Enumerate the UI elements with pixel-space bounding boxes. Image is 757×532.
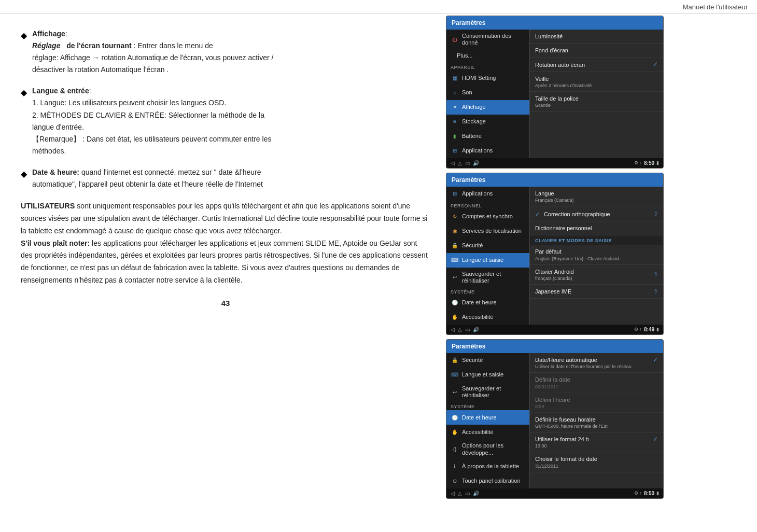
clock3-icon: 🕐 — [451, 413, 459, 422]
detail3-definir-date[interactable]: Définir la date 02/01/2011 — [530, 373, 663, 393]
back3-icon[interactable]: ◁ — [451, 491, 455, 496]
back2-icon[interactable]: ◁ — [451, 327, 455, 332]
detail3-definir-heure[interactable]: Définir l'heure 8:50 — [530, 393, 663, 413]
detail2-correction[interactable]: ✓ Correction orthographique ⇧ — [530, 206, 663, 221]
langue-section: ◆ Langue & entrée: 1. Langue: Les utilis… — [21, 85, 430, 157]
touch3-icon: ⊙ — [451, 477, 459, 485]
detail-veille[interactable]: Veille Après 2 minutes d'inactivité — [530, 72, 663, 92]
auto-date-check: ✓ — [653, 356, 658, 363]
detail-taille-police[interactable]: Taille de la police Grande — [530, 92, 663, 111]
nav2-applications[interactable]: ⊞ Applications — [446, 187, 529, 201]
detail-taille-police-title: Taille de la police — [535, 95, 658, 102]
nav2-applications-label: Applications — [462, 190, 493, 197]
nav-stockage-label: Stockage — [462, 118, 486, 125]
detail3-format24[interactable]: Utiliser le format 24 h 13:00 ✓ — [530, 432, 663, 452]
clavier-settings-icon[interactable]: ⇧ — [653, 271, 658, 278]
nav3-securite[interactable]: 🔒 Sécurité — [446, 353, 529, 368]
recents3-icon[interactable]: ▭ — [465, 491, 470, 496]
main-content: ◆ Affichage: Réglage de l'écran tournant… — [0, 13, 757, 499]
status-icons-right-2: ⚙ ↑ — [634, 327, 642, 332]
nav3-options[interactable]: {} Options pour les développe... — [446, 439, 529, 459]
detail3-format24-title: Utiliser le format 24 h — [535, 436, 589, 443]
big-paragraph: UTILISATEURS sont uniquement responsable… — [21, 200, 430, 287]
nav-affichage[interactable]: ☀ Affichage — [446, 100, 529, 115]
detail2-langue[interactable]: Langue Français (Canada) — [530, 187, 663, 206]
detail2-dictionnaire[interactable]: Dictionnaire personnel — [530, 221, 663, 235]
nav-hdmi-label: HDMI Setting — [462, 75, 496, 81]
screen-3-body: 🔒 Sécurité ⌨ Langue et saisie ↩ Sauvegar… — [446, 353, 663, 488]
back-icon[interactable]: ◁ — [451, 160, 455, 166]
home2-icon[interactable]: △ — [458, 327, 462, 332]
keyboard3-icon: ⌨ — [451, 371, 459, 379]
nav-stockage[interactable]: ≡ Stockage — [446, 115, 529, 129]
nav3-sauvegarder[interactable]: ↩ Sauvegarder et réinitialiser — [446, 382, 529, 402]
detail3-definir-heure-title: Définir l'heure — [535, 396, 658, 403]
nav-consommation[interactable]: ⏻ Consommation des donné — [446, 30, 529, 49]
nav3-accessibilite[interactable]: ✋ Accessibilité — [446, 425, 529, 439]
bullet-1: ◆ — [21, 29, 27, 43]
detail2-langue-title: Langue — [535, 190, 658, 197]
battery-status-2: ▮ — [656, 327, 659, 332]
screen-3-nav: 🔒 Sécurité ⌨ Langue et saisie ↩ Sauvegar… — [446, 353, 529, 488]
nav3-accessibilite-label: Accessibilité — [462, 429, 494, 436]
apps2-icon: ⊞ — [451, 190, 459, 198]
battery-status-3: ▮ — [656, 491, 659, 496]
detail3-fuseau[interactable]: Définir le fuseau horaire GMT-05:00, heu… — [530, 413, 663, 432]
correction-settings-icon[interactable]: ⇧ — [653, 211, 658, 217]
volume-icon[interactable]: 🔊 — [473, 160, 479, 166]
detail3-auto-date[interactable]: Date/Heure automatique Utiliser la date … — [530, 353, 663, 373]
recents2-icon[interactable]: ▭ — [465, 327, 470, 332]
home3-icon[interactable]: △ — [458, 491, 462, 496]
affichage-title: Affichage — [32, 30, 65, 38]
recents-icon[interactable]: ▭ — [465, 160, 470, 166]
nav3-langue[interactable]: ⌨ Langue et saisie — [446, 368, 529, 382]
nav-son[interactable]: ♪ Son — [446, 86, 529, 100]
detail2-par-defaut[interactable]: Par défaut Anglais (Royaume-Uni) - Clavi… — [530, 245, 663, 264]
affichage-section: ◆ Affichage: Réglage de l'écran tournant… — [21, 28, 430, 76]
home-icon[interactable]: △ — [458, 160, 462, 166]
detail-fond-ecran-title: Fond d'écran — [535, 47, 658, 54]
detail2-clavier-android[interactable]: Clavier Android français (Canada) ⇧ — [530, 265, 663, 285]
nav3-date[interactable]: 🕐 Date et heure — [446, 410, 529, 425]
screen-1-nav: ⏻ Consommation des donné Plus... APPAREI… — [446, 30, 529, 158]
detail2-section-clavier: CLAVIER ET MODES DE SAISIE — [530, 235, 663, 245]
nav2-date[interactable]: 🕐 Date et heure — [446, 296, 529, 310]
nav-plus[interactable]: Plus... — [446, 49, 529, 62]
info3-icon: ℹ — [451, 463, 459, 471]
detail3-format-date-title: Choisir le format de date — [535, 455, 658, 463]
clock2-icon: 🕐 — [451, 299, 459, 307]
detail2-correction-title: Correction orthographique — [544, 211, 610, 217]
detail2-japanese-ime[interactable]: Japanese IME ⇧ — [530, 285, 663, 299]
nav2-langue[interactable]: ⌨ Langue et saisie — [446, 253, 529, 268]
detail3-format24-sub: 13:00 — [535, 443, 589, 449]
detail-rotation[interactable]: ✓ Rotation auto écran — [530, 58, 663, 72]
nav3-apropos[interactable]: ℹ À propos de la tablette — [446, 459, 529, 474]
nav2-sauvegarder[interactable]: ↩ Sauvegarder et réinitialiser — [446, 268, 529, 287]
hdmi-icon: ▦ — [451, 74, 459, 82]
volume3-icon[interactable]: 🔊 — [473, 491, 479, 496]
nav-batterie[interactable]: ▮ Batterie — [446, 129, 529, 144]
page-header: Manuel de l'utilisateur — [0, 0, 757, 13]
detail3-auto-date-sub: Utiliser la date et l'heure fournies par… — [535, 364, 632, 369]
nav2-comptes[interactable]: ↻ Comptes et synchro — [446, 209, 529, 224]
nav2-securite[interactable]: 🔒 Sécurité — [446, 239, 529, 253]
screen-2-detail: Langue Français (Canada) ✓ Correction or… — [529, 187, 663, 325]
detail-fond-ecran[interactable]: Fond d'écran — [530, 44, 663, 58]
nav-hdmi[interactable]: ▦ HDMI Setting — [446, 71, 529, 86]
detail2-japanese-title: Japanese IME — [535, 288, 571, 295]
volume2-icon[interactable]: 🔊 — [473, 327, 479, 332]
detail3-format-date[interactable]: Choisir le format de date 31/12/2011 — [530, 452, 663, 472]
nav2-localisation[interactable]: ◉ Services de localisation — [446, 224, 529, 239]
nav3-sauvegarder-label: Sauvegarder et réinitialiser — [462, 385, 525, 399]
nav3-touch[interactable]: ⊙ Touch panel calibration — [446, 474, 529, 488]
screenshots-area: Paramètres ⏻ Consommation des donné Plus… — [446, 13, 757, 499]
time-1: 8:50 — [644, 160, 654, 166]
detail3-fuseau-title: Définir le fuseau horaire — [535, 416, 658, 423]
japanese-settings-icon[interactable]: ⇧ — [653, 288, 658, 295]
nav2-securite-label: Sécurité — [462, 242, 483, 249]
nav3-touch-label: Touch panel calibration — [462, 478, 521, 484]
detail-luminosite[interactable]: Luminosité — [530, 30, 663, 44]
nav-applications[interactable]: ⊞ Applications — [446, 144, 529, 158]
bullet-3: ◆ — [21, 167, 27, 181]
nav2-accessibilite[interactable]: ✋ Accessibilité — [446, 310, 529, 325]
